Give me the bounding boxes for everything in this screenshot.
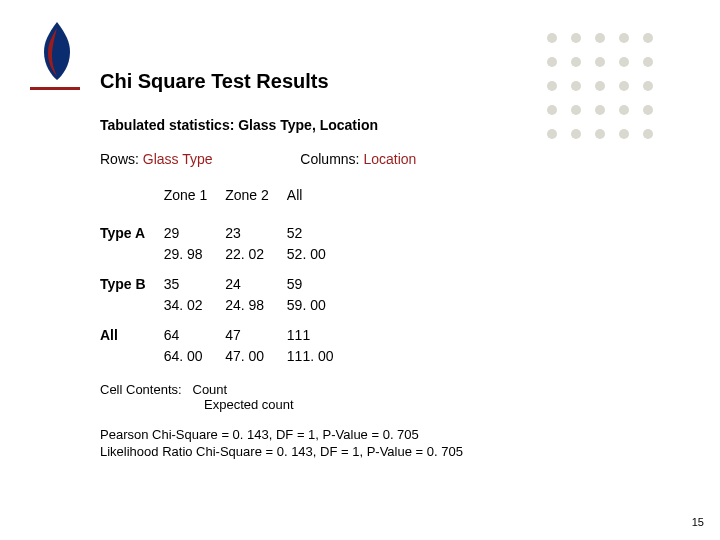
svg-point-9 (643, 57, 653, 67)
cell-count: 64 (164, 317, 226, 347)
table-header-row: Zone 1 Zone 2 All (100, 185, 352, 215)
rows-label: Rows: (100, 151, 143, 167)
cell-count: 52 (287, 215, 352, 245)
cell-count: 24 (225, 266, 287, 296)
col-header-zone2: Zone 2 (225, 185, 287, 215)
page-number: 15 (692, 516, 704, 528)
cell-count: 23 (225, 215, 287, 245)
cell-expected: 24. 98 (225, 295, 287, 317)
cell-contents-line1: Count (193, 382, 228, 397)
table-row: All 64 47 111 (100, 317, 352, 347)
pearson-chi-square-line: Pearson Chi-Square = 0. 143, DF = 1, P-V… (100, 426, 680, 444)
cell-count: 59 (287, 266, 352, 296)
cell-count: 47 (225, 317, 287, 347)
svg-point-8 (619, 57, 629, 67)
cell-expected: 47. 00 (225, 346, 287, 368)
svg-point-6 (571, 57, 581, 67)
row-header-typeb: Type B (100, 266, 164, 317)
cell-expected: 64. 00 (164, 346, 226, 368)
rows-value: Glass Type (143, 151, 213, 167)
cell-expected: 52. 00 (287, 244, 352, 266)
col-header-all: All (287, 185, 352, 215)
cell-contents-legend: Cell Contents: Count Expected count (100, 382, 680, 412)
svg-point-3 (619, 33, 629, 43)
cell-contents-label: Cell Contents: (100, 382, 182, 397)
cell-expected: 111. 00 (287, 346, 352, 368)
flame-icon (30, 20, 85, 90)
svg-point-0 (547, 33, 557, 43)
cell-expected: 29. 98 (164, 244, 226, 266)
page-title: Chi Square Test Results (100, 70, 680, 93)
cell-expected: 59. 00 (287, 295, 352, 317)
cell-count: 29 (164, 215, 226, 245)
cell-count: 35 (164, 266, 226, 296)
likelihood-ratio-line: Likelihood Ratio Chi-Square = 0. 143, DF… (100, 443, 680, 461)
chi-square-table: Zone 1 Zone 2 All Type A 29 23 52 29. 98… (100, 185, 352, 368)
logo-underline (30, 87, 80, 90)
cell-contents-line2: Expected count (100, 397, 680, 412)
cell-expected: 22. 02 (225, 244, 287, 266)
svg-point-1 (571, 33, 581, 43)
columns-label: Columns: (300, 151, 363, 167)
row-header-all: All (100, 317, 164, 368)
slide: Chi Square Test Results Tabulated statis… (0, 0, 720, 540)
row-header-typea: Type A (100, 215, 164, 266)
svg-point-5 (547, 57, 557, 67)
svg-point-2 (595, 33, 605, 43)
col-header-zone1: Zone 1 (164, 185, 226, 215)
table-row: Type B 35 24 59 (100, 266, 352, 296)
cell-count: 111 (287, 317, 352, 347)
svg-point-4 (643, 33, 653, 43)
logo (30, 20, 85, 90)
rows-columns-line: Rows: Glass Type Columns: Location (100, 151, 680, 167)
table-row: Type A 29 23 52 (100, 215, 352, 245)
tabulated-line: Tabulated statistics: Glass Type, Locati… (100, 117, 680, 133)
svg-point-7 (595, 57, 605, 67)
columns-value: Location (363, 151, 416, 167)
cell-expected: 34. 02 (164, 295, 226, 317)
content-area: Chi Square Test Results Tabulated statis… (100, 70, 680, 461)
